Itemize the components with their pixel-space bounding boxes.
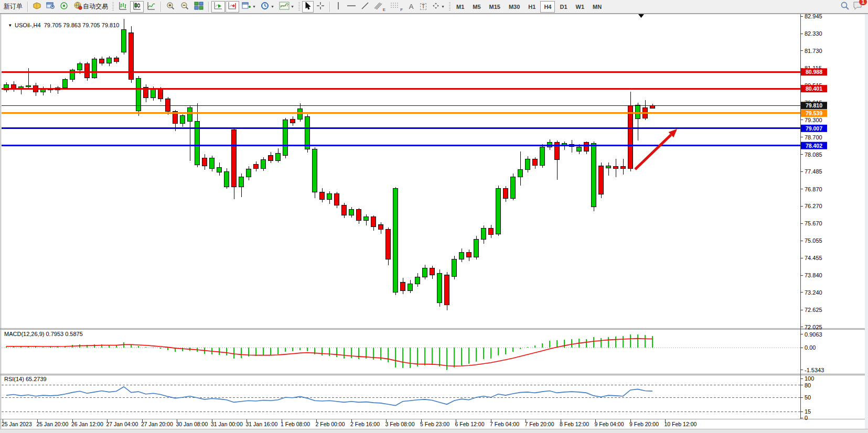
chevron-down-icon: ▼ xyxy=(252,5,256,8)
svg-text:78.402: 78.402 xyxy=(806,143,822,149)
notifications-button[interactable]: 1 xyxy=(853,1,863,13)
svg-text:27 Jan 04:00: 27 Jan 04:00 xyxy=(106,421,138,427)
price-level-line-79.810[interactable]: 79.810 xyxy=(2,102,827,109)
text-tool-button[interactable]: A xyxy=(405,1,417,13)
auto-scroll-icon xyxy=(213,2,223,12)
timeframe-button-h1[interactable]: H1 xyxy=(524,1,539,13)
bar-chart-icon xyxy=(118,2,127,12)
zoom-out-icon xyxy=(180,2,189,12)
auto-scroll-button[interactable] xyxy=(211,1,225,13)
chevron-down-icon: ▼ xyxy=(271,5,274,8)
svg-text:82.945: 82.945 xyxy=(805,13,822,19)
timeframe-button-h4[interactable]: H4 xyxy=(540,1,555,13)
svg-text:79.539: 79.539 xyxy=(806,110,822,116)
timeframe-button-d1[interactable]: D1 xyxy=(556,1,571,13)
svg-text:100: 100 xyxy=(805,375,814,382)
tile-windows-button[interactable] xyxy=(192,1,206,13)
toolbar-grip[interactable] xyxy=(298,2,300,12)
chart-title-text: USOil-,H4 79.705 79.863 79.705 79.810 xyxy=(15,22,119,28)
timeframe-button-m1[interactable]: M1 xyxy=(453,1,468,13)
candlestick-chart-type-button[interactable] xyxy=(130,1,144,13)
svg-text:75.670: 75.670 xyxy=(805,220,822,226)
timeframe-button-m5[interactable]: M5 xyxy=(469,1,484,13)
rsi-panel[interactable]: 1008050150 xyxy=(2,375,814,421)
market-watch-icon xyxy=(33,2,41,12)
vertical-line-tool-button[interactable] xyxy=(333,1,344,13)
chart-shift-button[interactable] xyxy=(226,1,239,13)
market-watch-button[interactable] xyxy=(30,1,44,13)
tile-windows-icon xyxy=(194,2,203,12)
svg-text:2 Feb 16:00: 2 Feb 16:00 xyxy=(350,421,380,427)
price-level-line-80.988[interactable]: 80.988 xyxy=(2,68,827,75)
svg-text:26 Jan 12:00: 26 Jan 12:00 xyxy=(71,421,103,427)
toolbar-grip[interactable] xyxy=(112,2,114,12)
svg-text:73.240: 73.240 xyxy=(805,289,822,296)
text-label-tool-button[interactable]: T xyxy=(417,1,429,13)
price-level-line-79.007[interactable]: 79.007 xyxy=(2,125,827,132)
arrows-icon xyxy=(432,2,440,12)
toolbar-grip[interactable] xyxy=(449,2,451,12)
svg-text:76.270: 76.270 xyxy=(805,203,822,209)
svg-text:79.007: 79.007 xyxy=(806,125,822,132)
new-chart-button[interactable]: ▼ xyxy=(240,1,258,13)
svg-text:79.300: 79.300 xyxy=(805,117,822,123)
svg-text:82.330: 82.330 xyxy=(805,30,822,37)
horizontal-line-icon xyxy=(347,2,356,12)
svg-text:77.485: 77.485 xyxy=(805,168,822,175)
svg-text:80.401: 80.401 xyxy=(806,85,822,92)
arrows-tool-button[interactable]: ▼ xyxy=(430,1,447,13)
bar-chart-type-button[interactable] xyxy=(116,1,130,13)
crosshair-tool-button[interactable] xyxy=(314,1,327,13)
svg-text:74.455: 74.455 xyxy=(805,255,822,261)
svg-text:80.988: 80.988 xyxy=(806,69,822,75)
navigator-button[interactable] xyxy=(58,1,71,13)
auto-trading-button[interactable]: 自动交易 xyxy=(71,1,110,13)
cursor-icon xyxy=(304,2,312,12)
price-level-line-80.401[interactable]: 80.401 xyxy=(2,85,827,92)
chart-canvas[interactable]: 82.94582.33081.73081.11580.51579.91579.3… xyxy=(0,0,868,433)
timeframe-button-m30[interactable]: M30 xyxy=(505,1,523,13)
data-window-button[interactable] xyxy=(44,1,57,13)
candlestick-chart-icon xyxy=(132,2,142,12)
price-level-line-78.402[interactable]: 78.402 xyxy=(2,142,827,149)
search-icon[interactable] xyxy=(840,1,850,13)
channel-tool-button[interactable]: E xyxy=(372,1,388,13)
svg-text:73.840: 73.840 xyxy=(805,272,822,278)
terminal-window: { "toolbar":{ "new_order_label":"新订单", "… xyxy=(0,0,868,433)
svg-text:31 Jan 00:00: 31 Jan 00:00 xyxy=(211,421,243,427)
indicators-button[interactable]: ▼ xyxy=(277,1,296,13)
fibonacci-icon xyxy=(390,2,400,12)
cursor-tool-button[interactable] xyxy=(302,1,314,13)
horizontal-line-tool-button[interactable] xyxy=(345,1,358,13)
price-axis[interactable]: 82.94582.33081.73081.11580.51579.91579.3… xyxy=(800,13,822,330)
collapse-arrow-icon[interactable]: ▼ xyxy=(8,23,12,28)
svg-text:50: 50 xyxy=(805,394,811,400)
svg-text:9 Feb 04:00: 9 Feb 04:00 xyxy=(595,421,624,427)
svg-text:25 Jan 20:00: 25 Jan 20:00 xyxy=(37,421,69,427)
time-axis[interactable]: 25 Jan 202325 Jan 20:0026 Jan 12:0027 Ja… xyxy=(2,419,697,427)
timeframe-button-mn[interactable]: MN xyxy=(589,1,605,13)
chart-title: ▼USOil-,H4 79.705 79.863 79.705 79.810 xyxy=(5,16,119,28)
zoom-in-button[interactable] xyxy=(164,1,177,13)
new-order-button[interactable]: 新订单 xyxy=(2,1,25,13)
line-chart-type-button[interactable] xyxy=(144,1,158,13)
price-level-line-79.539[interactable]: 79.539 xyxy=(2,110,827,117)
chart-period-button[interactable]: ▼ xyxy=(259,1,276,13)
chevron-down-icon: ▼ xyxy=(291,5,294,8)
svg-text:30 Jan 08:00: 30 Jan 08:00 xyxy=(176,421,208,427)
svg-text:9 Feb 20:00: 9 Feb 20:00 xyxy=(629,421,659,427)
toolbar-separator xyxy=(208,2,209,12)
trendline-tool-button[interactable] xyxy=(359,1,371,13)
timeframe-button-m15[interactable]: M15 xyxy=(486,1,504,13)
svg-text:27 Jan 20:00: 27 Jan 20:00 xyxy=(141,421,173,427)
svg-text:5 Feb 23:00: 5 Feb 23:00 xyxy=(420,421,449,427)
channel-tool-label: E xyxy=(383,7,385,12)
svg-text:72.625: 72.625 xyxy=(805,307,822,313)
trend-arrow-annotation[interactable] xyxy=(635,129,677,169)
macd-panel[interactable]: 0.90630.00-1.5343 xyxy=(2,331,824,373)
timeframe-button-w1[interactable]: W1 xyxy=(572,1,588,13)
fibonacci-tool-button[interactable]: F xyxy=(388,1,405,13)
auto-trading-label: 自动交易 xyxy=(83,2,108,11)
trendline-icon xyxy=(361,2,369,12)
zoom-out-button[interactable] xyxy=(178,1,191,13)
